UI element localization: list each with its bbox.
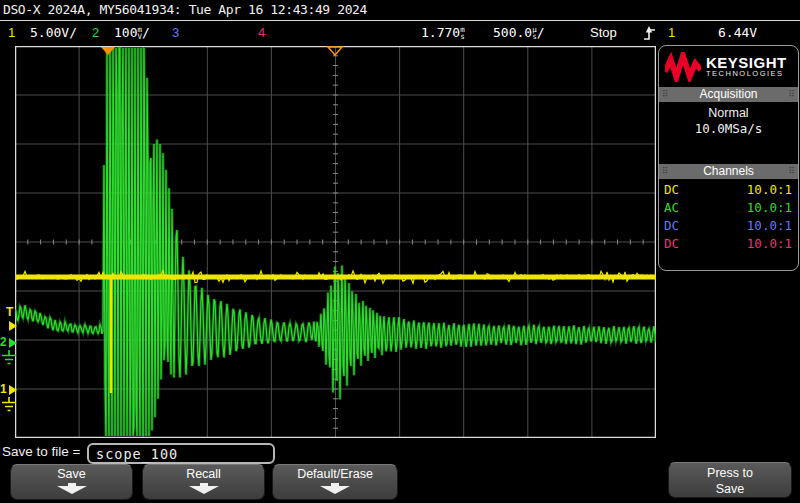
keysight-logo: KEYSIGHT TECHNOLOGIES [659,46,798,87]
instrument-title: DSO-X 2024A, MY56041934: Tue Apr 16 12:4… [3,2,367,17]
brand-subname: TECHNOLOGIES [706,70,787,78]
waveform-display [15,46,656,438]
waveform-svg [15,46,656,438]
grip-icon: ⠿ [788,88,795,101]
title-bar: DSO-X 2024A, MY56041934: Tue Apr 16 12:4… [0,0,800,20]
ch2-scale: 100mV/ [114,25,150,40]
save-to-file-label: Save to file = [2,444,80,459]
grip-icon: ⠿ [662,88,669,101]
press-to-save-button[interactable]: Press to Save [668,462,792,498]
filename-input[interactable]: scope_100 [87,443,275,464]
ch1-scale: 5.00V/ [30,25,77,40]
ch1-ground-label: 1 [0,383,7,395]
trigger-level-label: T [6,306,13,318]
time-position: 1.770ms [421,25,465,40]
ch2-number[interactable]: 2 [92,25,99,40]
channel-info-row: DC10.0:1 [659,217,798,235]
softkey-recall[interactable]: Recall [142,464,265,500]
side-panel: KEYSIGHT TECHNOLOGIES ⠿ Acquisition ⠿ No… [658,45,799,271]
grip-icon: ⠿ [788,165,795,178]
filename-value: scope_100 [96,446,178,462]
channel-info-row: AC10.0:1 [659,199,798,217]
down-arrow-icon [57,483,87,494]
acquisition-header[interactable]: ⠿ Acquisition ⠿ [659,87,798,102]
status-bar: 1 5.00V/ 2 100mV/ 3 4 1.770ms 500.0µs/ S… [0,21,800,44]
ch2-ground-label: 2 [0,336,7,348]
channel-info-row: DC10.0:1 [659,235,798,253]
channel-info-row: DC10.0:1 [659,181,798,199]
down-arrow-icon [320,483,350,494]
grip-icon: ⠿ [662,165,669,178]
ch1-ground-marker [9,385,17,395]
down-arrow-icon [189,483,219,494]
trigger-source: 1 [668,25,675,40]
channels-header[interactable]: ⠿ Channels ⠿ [659,164,798,179]
trigger-level: 6.44V [718,25,757,40]
softkey-default-erase[interactable]: Default/Erase [272,464,398,500]
timebase: 500.0µs/ [493,25,544,40]
acquisition-mode: Normal [659,105,798,121]
trigger-edge-icon [643,26,656,44]
oscilloscope-screen: DSO-X 2024A, MY56041934: Tue Apr 16 12:4… [0,0,800,503]
ch1-ground-icon [1,397,17,416]
ch3-number[interactable]: 3 [172,25,179,40]
ch1-number[interactable]: 1 [8,25,15,40]
ch2-ground-icon [1,350,17,369]
ch2-ground-marker [9,338,17,348]
trigger-level-marker [9,321,17,331]
sample-rate: 10.0MSa/s [659,121,798,137]
run-state: Stop [590,25,617,40]
ch4-number[interactable]: 4 [258,25,265,40]
brand-name: KEYSIGHT [706,56,787,70]
softkey-save[interactable]: Save [10,464,133,500]
keysight-logo-icon [665,52,701,82]
